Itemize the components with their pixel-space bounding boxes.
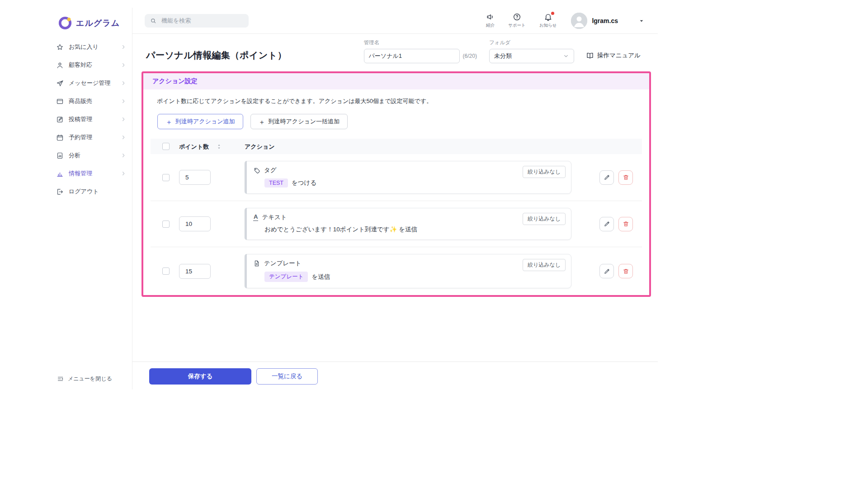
sidebar-item-posts[interactable]: 投稿管理 (47, 110, 132, 128)
action-column-header: アクション (245, 143, 275, 151)
delete-button[interactable] (618, 217, 633, 231)
save-button[interactable]: 保存する (149, 368, 251, 385)
add-action-label: 到達時アクション追加 (175, 117, 235, 126)
search-box[interactable] (145, 14, 249, 28)
footer-bar: 保存する 一覧に戻る (132, 361, 658, 389)
bulk-add-action-label: 到達時アクション一括追加 (269, 117, 340, 126)
panel-title-bar: アクション設定 (143, 73, 649, 89)
filter-badge: 絞り込みなし (523, 259, 566, 271)
sidebar-item-label: 分析 (69, 151, 80, 160)
action-settings-panel: アクション設定 ポイント数に応じてアクションを設定することができます。アクション… (142, 71, 651, 297)
search-input[interactable] (160, 17, 243, 24)
folder-select[interactable]: 未分類 (489, 49, 574, 63)
bulk-add-action-button[interactable]: ＋ 到達時アクション一括追加 (250, 114, 348, 129)
card-icon (56, 98, 64, 105)
intro-label: 紹介 (486, 23, 495, 28)
sidebar-item-label: お気に入り (69, 43, 99, 51)
file-chart-icon (56, 152, 64, 160)
edit-square-icon (56, 116, 64, 123)
point-input[interactable] (179, 216, 211, 231)
edit-button[interactable] (599, 264, 614, 278)
sidebar-item-sales[interactable]: 商品販売 (47, 92, 132, 110)
filter-badge: 絞り込みなし (523, 213, 566, 225)
close-menu-label: メニューを閉じる (68, 375, 112, 383)
delete-button[interactable] (618, 264, 633, 278)
plus-icon: ＋ (259, 118, 265, 125)
chevron-right-icon (120, 62, 127, 68)
caret-down-icon[interactable] (638, 17, 645, 24)
support-label: サポート (508, 23, 526, 28)
action-type: テンプレート (264, 259, 302, 267)
row-actions (599, 170, 633, 185)
sidebar-item-favorites[interactable]: お気に入り (47, 38, 132, 56)
admin-name-input[interactable] (364, 49, 460, 63)
sidebar-item-label: メッセージ管理 (69, 79, 110, 87)
content-area: アクション設定 ポイント数に応じてアクションを設定することができます。アクション… (132, 70, 658, 361)
action-type: タグ (264, 166, 277, 174)
bell-icon (544, 13, 552, 21)
action-card-body: TEST をつける (264, 178, 517, 188)
sidebar-item-label: 情報管理 (69, 169, 92, 178)
notifications-button[interactable]: お知らせ (539, 13, 557, 28)
chevron-right-icon (120, 170, 127, 177)
select-all-checkbox[interactable] (162, 143, 170, 150)
table-row: タグ 絞り込みなし TEST をつける (151, 154, 642, 201)
point-input[interactable] (179, 264, 211, 279)
sidebar-item-logout[interactable]: ログアウト (47, 183, 132, 201)
sidebar-item-customers[interactable]: 顧客対応 (47, 56, 132, 74)
pencil-icon (604, 174, 610, 181)
send-icon (56, 80, 64, 87)
support-button[interactable]: サポート (508, 13, 526, 28)
sidebar-item-label: 予約管理 (69, 133, 92, 141)
topbar-right: 紹介 サポート お知らせ lgram.cs (472, 13, 649, 29)
row-checkbox[interactable] (162, 174, 170, 181)
action-suffix: をつける (292, 179, 316, 187)
tag-icon (253, 167, 260, 174)
intro-button[interactable]: 紹介 (486, 13, 495, 28)
calendar-icon (56, 134, 64, 141)
main-area: 紹介 サポート お知らせ lgram.cs パーソナル情報編集（ポイント） (132, 8, 658, 389)
filter-badge: 絞り込みなし (523, 166, 566, 178)
chevron-right-icon (120, 134, 127, 141)
row-actions (599, 217, 633, 231)
row-actions (599, 264, 633, 278)
book-icon (586, 52, 594, 60)
table-row: A テキスト 絞り込みなし おめでとうございます！10ポイント到達です✨ を送信 (151, 201, 642, 247)
table-header: ポイント数 アクション (151, 139, 642, 154)
pencil-icon (604, 221, 610, 227)
question-circle-icon (513, 13, 521, 21)
sidebar-item-analytics[interactable]: 分析 (47, 146, 132, 164)
folder-selected-value: 未分類 (494, 52, 512, 60)
user-icon (56, 61, 64, 69)
chevron-right-icon (120, 44, 127, 50)
back-to-list-button[interactable]: 一覧に戻る (256, 368, 318, 385)
sidebar-item-label: 顧客対応 (69, 61, 92, 69)
brand-logo[interactable]: エルグラム (47, 8, 132, 38)
action-card-header: タグ 絞り込みなし (253, 166, 517, 174)
brand-name: エルグラム (76, 18, 120, 28)
manual-link[interactable]: 操作マニュアル (586, 52, 641, 60)
sort-icon[interactable] (216, 143, 222, 150)
account-name: lgram.cs (592, 17, 618, 24)
notification-dot (551, 12, 554, 15)
edit-button[interactable] (599, 170, 614, 185)
file-icon (253, 260, 260, 267)
avatar[interactable] (571, 13, 587, 29)
app-window: エルグラム お気に入り 顧客対応 メッセージ管理 商品販売 投稿管理 (47, 8, 658, 389)
megaphone-icon (486, 13, 495, 21)
close-menu-button[interactable]: メニューを閉じる (47, 375, 132, 389)
edit-button[interactable] (599, 217, 614, 231)
sidebar-item-messages[interactable]: メッセージ管理 (47, 74, 132, 92)
row-checkbox[interactable] (162, 221, 170, 228)
add-action-button[interactable]: ＋ 到達時アクション追加 (157, 114, 243, 129)
trash-icon (623, 221, 629, 227)
panel-buttons: ＋ 到達時アクション追加 ＋ 到達時アクション一括追加 (157, 114, 649, 129)
sidebar-item-information[interactable]: 情報管理 (47, 164, 132, 183)
sidebar-item-reservations[interactable]: 予約管理 (47, 128, 132, 146)
sidebar-item-label: 商品販売 (69, 97, 92, 105)
row-checkbox[interactable] (162, 267, 170, 275)
sidebar-item-label: ログアウト (69, 188, 99, 196)
point-input[interactable] (179, 170, 211, 185)
delete-button[interactable] (618, 170, 633, 185)
panel-title: アクション設定 (152, 77, 198, 85)
